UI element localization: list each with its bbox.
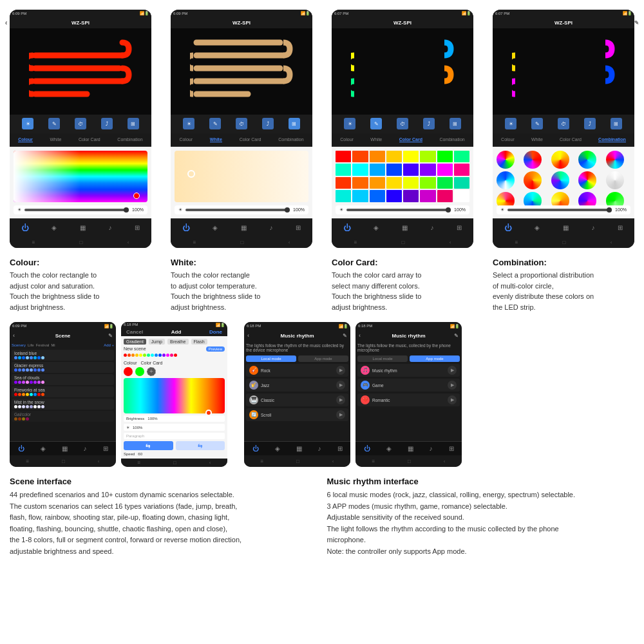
scene-item-fireworks[interactable]: Fireworks at sea <box>12 386 114 397</box>
brightness-bar-cc[interactable] <box>346 209 451 211</box>
music-tab-local-l[interactable]: Local mode <box>246 355 296 362</box>
back-music-l[interactable]: ‹ <box>247 332 249 339</box>
romantic-play-btn[interactable]: ▶ <box>448 395 457 404</box>
scene-icon-cc[interactable]: ▦ <box>402 224 408 231</box>
music-nav-icon-r[interactable]: ♪ <box>430 445 433 452</box>
scene-item-glacier[interactable]: Glacier express <box>12 362 114 373</box>
palette-icon-music-r[interactable]: ◈ <box>386 445 392 452</box>
jazz-play-btn[interactable]: ▶ <box>336 381 345 390</box>
grid-icon-scene[interactable]: ⊞ <box>103 445 108 452</box>
edit-scene[interactable]: ✎ <box>108 333 113 339</box>
colour-cursor[interactable] <box>133 193 140 199</box>
tab-colour-cc[interactable]: Colour <box>340 137 354 142</box>
brightness-bar-w[interactable] <box>185 209 290 211</box>
nav-menu-music-l[interactable]: ≡ <box>260 459 263 464</box>
icon-brush-w[interactable]: ✎ <box>209 118 221 129</box>
music-item-classic[interactable]: 🎹 Classic ▶ <box>246 393 348 406</box>
power-icon-music-l[interactable]: ⏻ <box>252 445 259 452</box>
color-circle-add[interactable]: + <box>147 367 156 376</box>
nav-back-w[interactable]: ‹ <box>289 240 290 245</box>
power-icon-combo[interactable]: ⏻ <box>504 223 512 232</box>
power-icon-w[interactable]: ⏻ <box>182 223 190 232</box>
icon-sun-cc[interactable]: ☀ <box>344 118 355 129</box>
nav-home-music-l[interactable]: □ <box>296 459 299 464</box>
game-play-btn[interactable]: ▶ <box>448 381 457 390</box>
music-item-romantic[interactable]: ❤️ Romantic ▶ <box>357 393 460 406</box>
nav-menu-scene[interactable]: ≡ <box>26 459 29 464</box>
tab-combination-cc[interactable]: Combination <box>439 137 464 142</box>
icon-share-w[interactable]: ⤴ <box>262 118 274 129</box>
scene-icon-music-l[interactable]: ▦ <box>296 445 302 452</box>
nav-menu-combo[interactable]: ≡ <box>515 240 518 245</box>
tab-combination[interactable]: Combination <box>117 137 142 142</box>
nav-menu-grad[interactable]: ≡ <box>137 460 140 466</box>
tab-white-combo[interactable]: White <box>531 137 543 142</box>
scene-icon-music-r[interactable]: ▦ <box>408 445 413 452</box>
music-item-scroll[interactable]: 🔄 Scroll ▶ <box>246 408 348 421</box>
nav-home-scene[interactable]: □ <box>62 459 65 464</box>
music-item-jazz[interactable]: 🎷 Jazz ▶ <box>246 379 348 392</box>
scene-tab-festival[interactable]: Festival <box>36 343 50 347</box>
nav-home-cc[interactable]: □ <box>402 240 405 245</box>
done-grad-btn[interactable]: Done <box>209 329 222 335</box>
tab-white-w[interactable]: White <box>210 137 222 142</box>
gtab-breathe[interactable]: Breathe <box>167 339 189 345</box>
icon-timer-w[interactable]: ⏱ <box>236 118 247 129</box>
tab-white[interactable]: White <box>50 137 61 142</box>
tab-colour-w[interactable]: Colour <box>179 137 193 142</box>
music-tab-app-r[interactable]: App mode <box>410 355 460 362</box>
repeat-rev-btn[interactable]: ⇆ <box>176 441 225 450</box>
preview-btn[interactable]: Preview <box>206 346 225 352</box>
icon-share[interactable]: ⤴ <box>101 118 113 129</box>
music-icon[interactable]: ♪ <box>109 224 112 231</box>
scene-icon-combo[interactable]: ▦ <box>563 224 569 231</box>
combo-circle-2[interactable] <box>524 151 542 169</box>
scene-item-mist[interactable]: Mist in the snow <box>12 399 114 410</box>
gradient-thumb[interactable] <box>205 410 212 416</box>
edit-music-r[interactable]: ✎ <box>454 333 459 339</box>
music-icon-cc[interactable]: ♪ <box>431 224 434 231</box>
scene-item-more[interactable]: Gal/color <box>12 411 114 422</box>
repeat-fwd-btn[interactable]: ⇆ <box>124 441 173 450</box>
music-tab-local-r[interactable]: Local mode <box>357 355 408 362</box>
palette-icon[interactable]: ◈ <box>52 224 57 231</box>
grid-icon-cc[interactable]: ⊞ <box>457 224 462 231</box>
combo-circle-8[interactable] <box>551 171 569 189</box>
gtab-gradient[interactable]: Gradient <box>124 339 146 345</box>
nav-back-cc[interactable]: ‹ <box>450 240 451 245</box>
grid-icon-combo[interactable]: ⊞ <box>618 224 623 231</box>
palette-icon-music-l[interactable]: ◈ <box>275 445 280 452</box>
icon-brush-cc[interactable]: ✎ <box>370 118 382 129</box>
music-icon-scene[interactable]: ♪ <box>84 445 87 452</box>
back-scene[interactable]: ‹ <box>13 332 15 339</box>
combo-circle-7[interactable] <box>524 171 542 189</box>
icon-sun[interactable]: ☀ <box>22 118 33 129</box>
gtab-jump[interactable]: Jump <box>149 339 165 345</box>
combo-circle-9[interactable] <box>578 171 596 189</box>
scene-tab-scenery[interactable]: Scenery <box>12 343 26 347</box>
music-nav-icon-l[interactable]: ♪ <box>318 445 321 452</box>
power-icon-music-r[interactable]: ⏻ <box>364 445 370 452</box>
tab-colorcard[interactable]: Color Card <box>79 137 100 142</box>
nav-menu-music-r[interactable]: ≡ <box>372 459 375 464</box>
palette-icon-combo[interactable]: ◈ <box>535 224 540 231</box>
tab-white-cc[interactable]: White <box>370 137 382 142</box>
icon-grid-w[interactable]: ⊞ <box>289 118 300 129</box>
grid-icon-music-r[interactable]: ⊞ <box>449 445 454 452</box>
scroll-play-btn[interactable]: ▶ <box>336 410 345 419</box>
power-icon-scene[interactable]: ⏻ <box>18 445 24 452</box>
music-item-rock[interactable]: 🎸 Rock ▶ <box>246 364 348 377</box>
nav-menu[interactable]: ≡ <box>32 240 35 245</box>
tab-combination-w[interactable]: Combination <box>278 137 303 142</box>
back-music-r[interactable]: ‹ <box>359 332 361 339</box>
scene-tab-life[interactable]: Life <box>28 343 34 347</box>
color-circle-green[interactable] <box>135 367 144 376</box>
power-icon[interactable]: ⏻ <box>21 223 29 232</box>
combo-circle-1[interactable] <box>497 151 515 169</box>
color-card-grid[interactable] <box>336 151 469 202</box>
nav-menu-w[interactable]: ≡ <box>193 240 196 245</box>
scene-icon-w[interactable]: ▦ <box>241 224 247 231</box>
scene-item-seaclouds[interactable]: Sea of clouds <box>12 374 114 385</box>
combo-circle-10[interactable] <box>606 171 624 189</box>
scene-icon-scene[interactable]: ▦ <box>62 445 68 452</box>
